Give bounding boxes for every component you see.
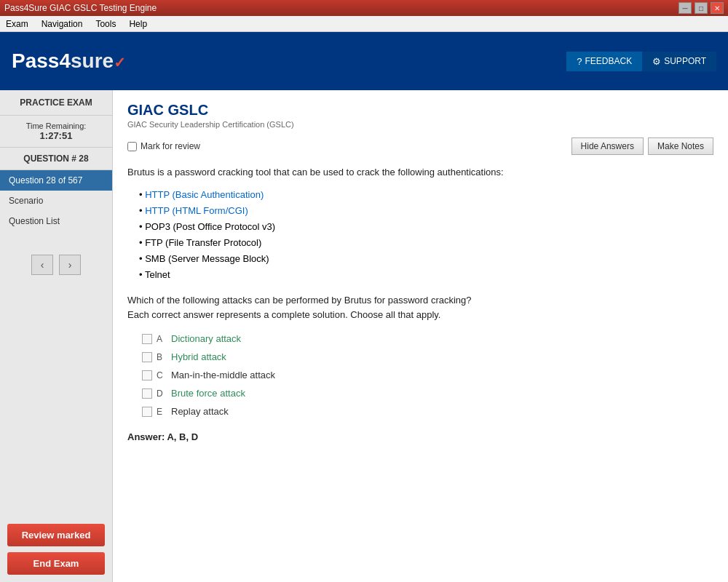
option-c: C Man-in-the-middle attack [142, 370, 713, 380]
question-intro: Brutus is a password cracking tool that … [127, 165, 713, 180]
option-a-text: Dictionary attack [171, 333, 241, 344]
practice-exam-label: PRACTICE EXAM [0, 90, 112, 116]
minimize-button[interactable]: ─ [678, 2, 692, 14]
maximize-button[interactable]: □ [695, 2, 708, 14]
header-buttons: ? FEEDBACK ⚙ SUPPORT [566, 52, 716, 71]
exam-subtitle: GIAC Security Leadership Certification (… [127, 120, 713, 129]
auth-item-3: FTP (File Transfer Protocol) [139, 235, 713, 251]
hide-answers-button[interactable]: Hide Answers [571, 137, 644, 155]
option-e-text: Replay attack [171, 406, 229, 417]
auth-item-1: HTTP (HTML Form/CGI) [139, 203, 713, 219]
prev-button[interactable]: ‹ [31, 255, 53, 275]
menu-item-exam[interactable]: Exam [3, 18, 31, 30]
exam-title: GIAC GSLC [127, 102, 713, 119]
auth-item-4: SMB (Server Message Block) [139, 251, 713, 267]
sidebar: PRACTICE EXAM Time Remaining: 1:27:51 QU… [0, 90, 113, 582]
question-number: QUESTION # 28 [0, 148, 112, 170]
time-label: Time Remaining: [3, 121, 109, 130]
action-buttons: Hide Answers Make Notes [571, 137, 713, 155]
mark-review-left: Mark for review [127, 141, 200, 151]
option-e-letter: E [157, 407, 167, 417]
mark-review-label: Mark for review [141, 141, 200, 151]
menu-item-help[interactable]: Help [126, 18, 150, 30]
option-a-checkbox[interactable] [142, 334, 152, 344]
menu-item-tools[interactable]: Tools [92, 18, 119, 30]
logo-area: Pass4sure✓ [12, 49, 126, 73]
auth-item-5: Telnet [139, 267, 713, 283]
option-a-letter: A [157, 334, 167, 344]
sidebar-item-scenario[interactable]: Scenario [0, 191, 112, 211]
next-button[interactable]: › [59, 255, 81, 275]
option-e-checkbox[interactable] [142, 407, 152, 417]
sub-question: Which of the following attacks can be pe… [127, 293, 713, 322]
content-area: GIAC GSLC GIAC Security Leadership Certi… [113, 90, 728, 582]
mark-review-checkbox[interactable] [127, 142, 137, 151]
option-d-checkbox[interactable] [142, 388, 152, 399]
top-header: Pass4sure✓ ? FEEDBACK ⚙ SUPPORT [0, 32, 728, 90]
answer-line: Answer: A, B, D [127, 431, 713, 442]
option-a: A Dictionary attack [142, 333, 713, 344]
mark-review-row: Mark for review Hide Answers Make Notes [127, 137, 713, 155]
option-d: D Brute force attack [142, 388, 713, 399]
option-b: B Hybrid attack [142, 351, 713, 362]
sidebar-item-question28[interactable]: Question 28 of 567 [0, 170, 112, 191]
option-c-letter: C [157, 370, 167, 380]
menu-item-navigation[interactable]: Navigation [39, 18, 86, 30]
option-d-text: Brute force attack [171, 388, 245, 399]
option-b-text: Hybrid attack [171, 351, 226, 362]
time-value: 1:27:51 [3, 130, 109, 141]
option-d-letter: D [157, 388, 167, 399]
sidebar-item-question-list[interactable]: Question List [0, 211, 112, 231]
time-remaining-area: Time Remaining: 1:27:51 [0, 116, 112, 148]
option-b-checkbox[interactable] [142, 352, 152, 362]
feedback-button[interactable]: ? FEEDBACK [566, 52, 642, 71]
make-notes-button[interactable]: Make Notes [648, 137, 713, 155]
auth-item-0: HTTP (Basic Authentication) [139, 187, 713, 203]
option-c-text: Man-in-the-middle attack [171, 370, 275, 380]
titlebar-controls: ─ □ ✕ [678, 2, 724, 14]
sidebar-bottom: Review marked End Exam [0, 517, 112, 582]
close-button[interactable]: ✕ [711, 2, 724, 14]
question-icon: ? [577, 56, 582, 67]
main-layout: PRACTICE EXAM Time Remaining: 1:27:51 QU… [0, 90, 728, 582]
end-exam-button[interactable]: End Exam [7, 552, 105, 575]
logo-text: Pass4sure✓ [12, 49, 126, 73]
titlebar-title: Pass4Sure GIAC GSLC Testing Engine [4, 3, 157, 13]
nav-arrows: ‹ › [0, 246, 112, 284]
auth-item-2: POP3 (Post Office Protocol v3) [139, 219, 713, 235]
auth-list: HTTP (Basic Authentication) HTTP (HTML F… [139, 187, 713, 284]
review-marked-button[interactable]: Review marked [7, 524, 105, 546]
option-e: E Replay attack [142, 406, 713, 417]
support-button[interactable]: ⚙ SUPPORT [642, 52, 716, 71]
titlebar: Pass4Sure GIAC GSLC Testing Engine ─ □ ✕ [0, 0, 728, 16]
option-c-checkbox[interactable] [142, 370, 152, 380]
option-b-letter: B [157, 352, 167, 362]
gear-icon: ⚙ [652, 56, 661, 67]
menubar: Exam Navigation Tools Help [0, 16, 728, 32]
